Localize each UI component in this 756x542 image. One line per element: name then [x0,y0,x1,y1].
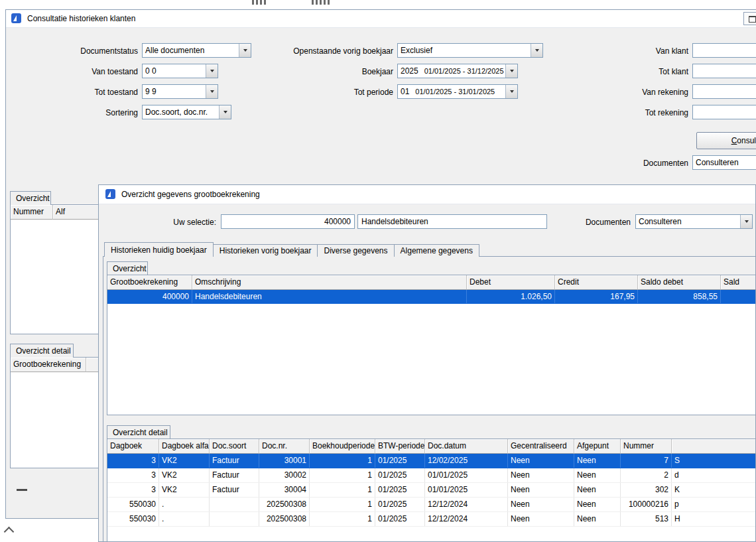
tab-overzicht-detail[interactable]: Overzicht detail [10,344,74,358]
van-toestand-select[interactable]: 0 0 [142,64,218,78]
documenten-label: Documenten [609,158,688,169]
cell: VK2 [159,468,210,482]
tab-overzicht[interactable]: Overzicht [107,261,148,275]
table-row[interactable]: 400000 Handelsdebiteuren 1.026,50 167,95… [107,290,756,304]
tot-rekening-label: Tot rekening [609,107,688,118]
openstaande-select[interactable]: Exclusief [397,43,543,58]
cell: Neen [574,498,621,511]
window-control-button[interactable] [743,12,756,25]
chevron-down-icon [206,85,218,98]
chevron-down-icon [505,85,517,98]
cell: 01/2025 [375,498,425,511]
table-row[interactable]: 3 VK2 Factuur 30002 1 01/2025 01/01/2025… [107,468,756,483]
van-rekening-input[interactable] [692,84,756,99]
boekjaar-select[interactable]: 2025 01/01/2025 - 31/12/2025 [397,64,518,78]
col-nummer[interactable]: Nummer [11,205,53,220]
cell: . [159,512,210,526]
window-titlebar[interactable]: Consultatie historieken klanten [6,10,756,28]
cell: H [672,512,756,526]
cell: 3 [107,468,159,482]
cell: VK2 [159,483,210,497]
selectie-naam-input[interactable]: Handelsdebiteuren [357,214,547,229]
splitter-handle[interactable] [17,489,27,491]
tab-overzicht-detail[interactable]: Overzicht detail [107,425,170,439]
window-titlebar[interactable]: Overzicht gegevens grootboekrekening [99,185,755,204]
cell: 513 [621,512,672,526]
toolbar-remnant [312,0,332,5]
tab-overzicht[interactable]: Overzicht [10,191,51,205]
col-doc-soort[interactable]: Doc.soort [210,439,259,454]
tot-periode-value: 01 [398,87,412,96]
consulteren-button[interactable]: Consulteren [696,132,756,149]
table-row[interactable]: 3 VK2 Factuur 30004 1 01/2025 01/01/2025… [107,483,756,498]
van-toestand-label: Van toestand [32,66,138,77]
documentstatus-select[interactable]: Alle documenten [142,43,251,58]
chevron-down-icon [206,64,218,78]
col-boekhoudperiode[interactable]: Boekhoudperiode [310,439,375,454]
sortering-select[interactable]: Doc.soort, doc.nr. [142,105,231,119]
detail-table: Dagboek Dagboek alfa Doc.soort Doc.nr. B… [107,439,756,542]
chevron-down-icon [219,105,231,119]
col-grootboekrekening[interactable]: Grootboekrekening [107,275,192,290]
cell: 1 [310,468,375,482]
tot-toestand-select[interactable]: 9 9 [142,84,218,99]
cell: 1 [310,498,375,511]
collapse-chevron-icon[interactable] [4,525,15,536]
table-row[interactable]: 550030 . 202500308 1 01/2025 12/12/2024 … [107,512,756,527]
col-credit[interactable]: Credit [555,275,638,290]
van-toestand-value: 0 0 [143,66,206,76]
cell: 12/02/2025 [425,454,508,468]
cell: 3 [107,483,159,497]
boekjaar-value: 2025 [398,66,421,76]
col-btw-periode[interactable]: BTW-periode [375,439,425,454]
tab-algemene-gegevens[interactable]: Algemene gegevens [394,244,479,257]
col-afgepunt[interactable]: Afgepunt [574,439,621,454]
sortering-value: Doc.soort, doc.nr. [143,107,219,117]
cell: Factuur [210,454,259,468]
col-extra[interactable] [672,439,756,454]
cell: 550030 [107,512,159,526]
tot-klant-input[interactable] [692,64,756,78]
table-row[interactable]: 3 VK2 Factuur 30001 1 01/2025 12/02/2025… [107,454,756,468]
documenten-select[interactable]: Consulteren [692,155,756,170]
cell: Neen [508,468,574,482]
grootboek-table: Grootboekrekening Omschrijving Debet Cre… [107,275,756,415]
cell: Neen [508,454,574,468]
tot-periode-select[interactable]: 01 01/01/2025 - 31/01/2025 [397,84,518,99]
tot-rekening-input[interactable] [692,105,756,119]
van-klant-input[interactable] [692,43,756,58]
cell: 01/01/2025 [425,483,508,497]
col-doc-datum[interactable]: Doc.datum [425,439,508,454]
cell: 1 [310,483,375,497]
col-doc-nr[interactable]: Doc.nr. [259,439,310,454]
detail-table-header: Dagboek Dagboek alfa Doc.soort Doc.nr. B… [107,439,756,454]
cell: 1.026,50 [467,290,555,303]
col-debet[interactable]: Debet [467,275,555,290]
cell [210,498,259,511]
boekjaar-range: 01/01/2025 - 31/12/2025 [421,67,505,75]
tab-diverse-gegevens[interactable]: Diverse gegevens [317,244,394,257]
tab-historieken-huidig-boekjaar[interactable]: Historieken huidig boekjaar [104,242,214,257]
tot-periode-range: 01/01/2025 - 31/01/2025 [412,88,505,96]
window-title: Overzicht gegevens grootboekrekening [121,189,260,200]
col-grootboekrekening[interactable]: Grootboekrekening [11,358,86,372]
col-saldo-credit[interactable]: Sald [721,275,756,290]
chevron-down-icon [505,64,517,78]
col-nummer[interactable]: Nummer [621,439,672,454]
tab-historieken-vorig-boekjaar[interactable]: Historieken vorig boekjaar [213,244,318,257]
cell: 30002 [259,468,310,482]
col-omschrijving[interactable]: Omschrijving [192,275,467,290]
col-saldo-debet[interactable]: Saldo debet [638,275,721,290]
col-dagboek-alfa[interactable]: Dagboek alfa [159,439,210,454]
cell: Neen [574,468,621,482]
cell: 30001 [259,454,310,468]
cell: S [672,454,756,468]
documentstatus-value: Alle documenten [143,46,239,55]
col-dagboek[interactable]: Dagboek [107,439,159,454]
table-row[interactable]: 550030 . 202500308 1 01/2025 12/12/2024 … [107,498,756,512]
documenten-select[interactable]: Consulteren [635,214,753,229]
cell [721,290,756,303]
cell: 202500308 [259,498,310,511]
selectie-code-input[interactable]: 400000 [221,214,355,229]
col-gecentraliseerd[interactable]: Gecentraliseerd [508,439,574,454]
